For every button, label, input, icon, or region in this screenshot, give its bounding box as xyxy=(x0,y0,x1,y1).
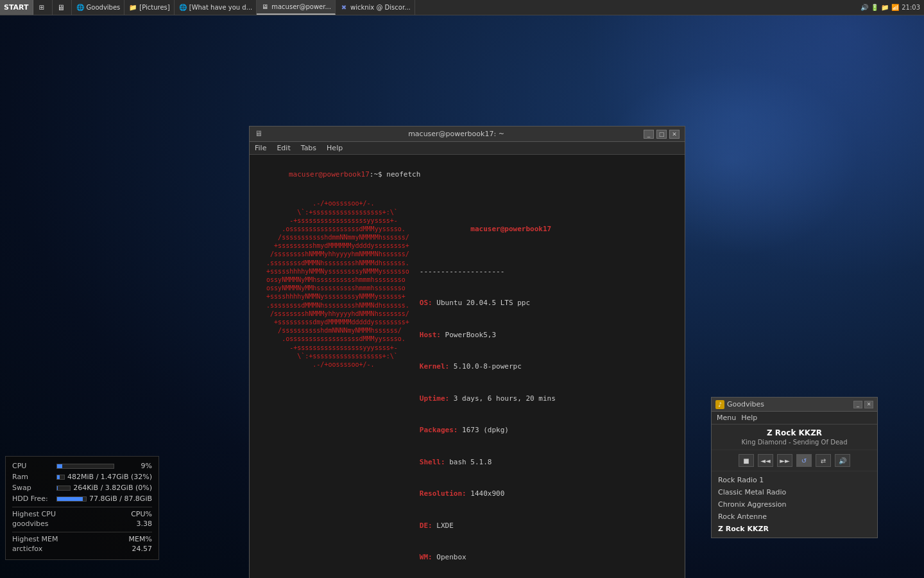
sysmon-highest-mem-val: 24.57 xyxy=(132,545,153,553)
terminal-body[interactable]: macuser@powerbook17:~$ neofetch .-/+ooss… xyxy=(250,155,685,578)
terminal-menu-edit[interactable]: Edit xyxy=(274,143,293,153)
terminal-titlebar: 🖥 macuser@powerbook17: ~ _ □ ✕ xyxy=(250,127,685,142)
neofetch-info: macuser@powerbook17 --------------------… xyxy=(420,192,680,578)
taskbar-terminal-label: macuser@power... xyxy=(271,3,331,10)
sysmon-hdd-value: 77.8GiB / 87.8GiB xyxy=(89,495,152,503)
taskbar-pictures[interactable]: 📁 [Pictures] xyxy=(124,0,174,15)
goodvibes-track-info: Z Rock KKZR King Diamond - Sending Of De… xyxy=(712,425,877,450)
goodvibes-window-controls: _ ✕ xyxy=(853,401,873,408)
folder-tray-icon[interactable]: 📁 xyxy=(881,4,889,11)
taskbar-discord[interactable]: ✖ wicknix @ Discor... xyxy=(336,0,415,15)
terminal-close-button[interactable]: ✕ xyxy=(669,130,680,139)
sysmon-hdd-bar xyxy=(57,497,83,501)
terminal-menubar: File Edit Tabs Help xyxy=(250,142,685,155)
signal-icon: 📶 xyxy=(891,4,899,11)
goodvibes-station-name: Z Rock KKZR xyxy=(717,428,872,437)
goodvibes-prev-button[interactable]: ◄◄ xyxy=(758,454,773,467)
terminal-window: 🖥 macuser@powerbook17: ~ _ □ ✕ File Edit… xyxy=(249,126,685,578)
sysmon-swap-bar-container xyxy=(56,486,71,491)
sysmon-cpu-row: CPU 9% xyxy=(12,462,152,470)
terminal-command-line: macuser@powerbook17:~$ neofetch xyxy=(255,160,680,189)
file-manager-icon: 🖥 xyxy=(56,3,65,12)
sysmon-highest-mem-header: Highest MEM MEM% xyxy=(12,535,152,543)
terminal-menu-file[interactable]: File xyxy=(252,143,269,153)
taskbar-goodvibes[interactable]: 🌐 Goodvibes xyxy=(72,0,125,15)
sysmon-swap-value: 264KiB / 3.82GiB (0%) xyxy=(73,484,152,492)
neofetch-kernel: Kernel: 5.10.0-8-powerpc xyxy=(420,362,680,372)
sysmon-ram-bar xyxy=(57,475,60,479)
battery-icon: 🔋 xyxy=(871,4,878,11)
sysmon-ram-bar-container xyxy=(56,475,65,480)
sysmon-hdd-bar-container xyxy=(56,496,87,502)
neofetch-resolution: Resolution: 924x578 xyxy=(420,489,680,500)
terminal-maximize-button[interactable]: □ xyxy=(656,130,667,139)
taskbar: START ⊞ 🖥 🌐 Goodvibes 📁 [Pictures] 🌐 [Wh… xyxy=(0,0,924,15)
goodvibes-menu-menu[interactable]: Menu xyxy=(717,414,736,422)
system-monitor: CPU 9% Ram 482MiB / 1.47GiB (32%) Swap 2… xyxy=(5,456,159,560)
sysmon-highest-mem-app: arcticfox xyxy=(12,545,42,553)
sysmon-cpu-value: 9% xyxy=(117,462,152,470)
goodvibes-track-detail: King Diamond - Sending Of Dead xyxy=(717,439,872,446)
goodvibes-next-button[interactable]: ►► xyxy=(777,454,792,467)
sysmon-highest-cpu-val: 3.38 xyxy=(137,520,153,528)
neofetch-username-host: macuser@powerbook17 xyxy=(420,213,680,245)
sysmon-cpu-label: CPU xyxy=(12,462,54,470)
sysmon-hdd-row: HDD Free: 77.8GiB / 87.8GiB xyxy=(12,495,152,503)
neofetch-art: .-/+oossssoo+/-. \`:+ssssssssssssssssss+… xyxy=(255,191,409,578)
goodvibes-volume-button[interactable]: 🔊 xyxy=(835,454,850,467)
goodvibes-close-button[interactable]: ✕ xyxy=(864,401,873,408)
sysmon-ram-row: Ram 482MiB / 1.47GiB (32%) xyxy=(12,473,152,481)
sysmon-swap-row: Swap 264KiB / 3.82GiB (0%) xyxy=(12,484,152,492)
taskbar-terminal[interactable]: 🖥 macuser@power... xyxy=(257,0,336,15)
goodvibes-icon: 🌐 xyxy=(76,3,85,12)
system-tray: 🔊 🔋 📁 📶 21:03 xyxy=(857,4,924,11)
sysmon-highest-cpu-app: goodvibes xyxy=(12,520,48,528)
sysmon-highest-cpu-row: goodvibes 3.38 xyxy=(12,520,152,528)
goodvibes-station-1[interactable]: Rock Radio 1 xyxy=(712,474,877,486)
sysmon-highest-mem-section: Highest MEM MEM% arcticfox 24.57 xyxy=(12,532,152,553)
taskbar-browser[interactable]: 🌐 [What have you d... xyxy=(175,0,257,15)
goodvibes-station-3[interactable]: Chronix Aggression xyxy=(712,498,877,511)
terminal-prompt: macuser@powerbook17 xyxy=(289,170,370,179)
sysmon-cpu-bar xyxy=(57,464,62,468)
goodvibes-window: ♪ Goodvibes _ ✕ Menu Help Z Rock KKZR Ki… xyxy=(711,397,878,538)
taskbar-pictures-label: [Pictures] xyxy=(139,4,169,11)
start-button[interactable]: START xyxy=(0,0,33,15)
terminal-menu-help[interactable]: Help xyxy=(324,143,345,153)
terminal-minimize-button[interactable]: _ xyxy=(644,130,654,139)
sysmon-mem-col-label: MEM% xyxy=(129,535,152,543)
system-time: 21:03 xyxy=(902,4,920,11)
neofetch-shell: Shell: bash 5.1.8 xyxy=(420,457,680,468)
volume-icon[interactable]: 🔊 xyxy=(860,4,868,11)
neofetch-wm: WM: Openbox xyxy=(420,552,680,563)
sysmon-swap-label: Swap xyxy=(12,484,54,492)
goodvibes-station-2[interactable]: Classic Metal Radio xyxy=(712,486,877,498)
terminal-menu-tabs[interactable]: Tabs xyxy=(298,143,319,153)
neofetch-output: .-/+oossssoo+/-. \`:+ssssssssssssssssss+… xyxy=(255,189,680,578)
taskbar-app-manager[interactable]: ⊞ xyxy=(33,0,53,15)
goodvibes-station-list: Rock Radio 1 Classic Metal Radio Chronix… xyxy=(712,471,877,538)
goodvibes-menu-help[interactable]: Help xyxy=(741,414,757,422)
sysmon-highest-cpu-header: Highest CPU CPU% xyxy=(12,510,152,518)
goodvibes-station-5[interactable]: Z Rock KKZR xyxy=(712,523,877,535)
desktop: START ⊞ 🖥 🌐 Goodvibes 📁 [Pictures] 🌐 [Wh… xyxy=(0,0,924,578)
browser-icon: 🌐 xyxy=(178,3,187,12)
sysmon-highest-cpu-label: Highest CPU xyxy=(12,510,56,518)
goodvibes-app-icon: ♪ xyxy=(715,400,724,409)
goodvibes-title-text: Goodvibes xyxy=(727,400,853,408)
terminal-title-text: macuser@powerbook17: ~ xyxy=(269,130,644,138)
terminal-window-controls: _ □ ✕ xyxy=(644,130,680,139)
discord-icon: ✖ xyxy=(339,3,348,12)
goodvibes-controls: ■ ◄◄ ►► ↺ ⇄ 🔊 xyxy=(712,450,877,471)
sysmon-highest-mem-label: Highest MEM xyxy=(12,535,58,543)
goodvibes-minimize-button[interactable]: _ xyxy=(853,401,862,408)
goodvibes-titlebar: ♪ Goodvibes _ ✕ xyxy=(712,398,877,412)
goodvibes-station-4[interactable]: Rock Antenne xyxy=(712,511,877,523)
taskbar-file-manager[interactable]: 🖥 xyxy=(53,0,72,15)
goodvibes-play-button[interactable]: ↺ xyxy=(796,454,812,467)
goodvibes-shuffle-button[interactable]: ⇄ xyxy=(816,454,831,467)
terminal-title-icon: 🖥 xyxy=(255,129,265,139)
goodvibes-stop-button[interactable]: ■ xyxy=(739,454,754,467)
app-manager-icon: ⊞ xyxy=(37,3,46,12)
sysmon-highest-mem-row: arcticfox 24.57 xyxy=(12,545,152,553)
